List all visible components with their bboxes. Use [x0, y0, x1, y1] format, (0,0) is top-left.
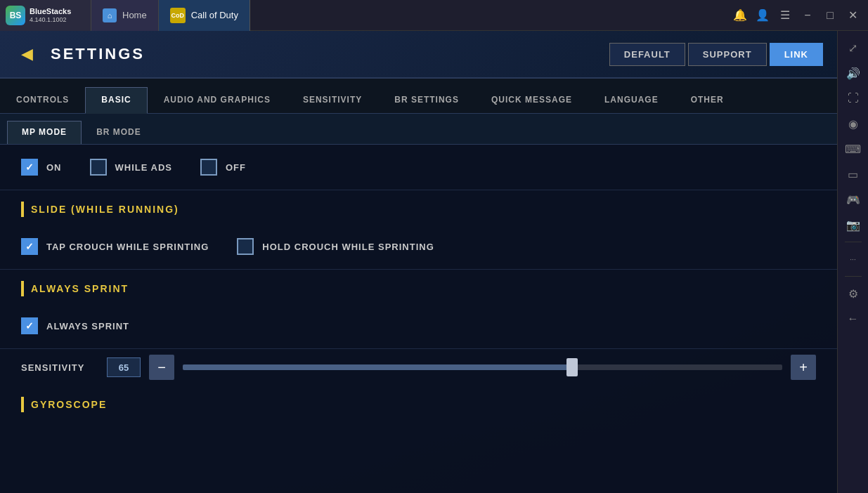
- sensitivity-minus-button[interactable]: −: [149, 355, 174, 380]
- slide-row: ✓ TAP CROUCH WHILE SPRINTING HOLD CROUCH…: [21, 235, 816, 258]
- camera-icon[interactable]: 📷: [842, 213, 864, 236]
- while-ads-check-item[interactable]: WHILE ADS: [90, 159, 172, 176]
- keyboard-icon[interactable]: ⌨: [842, 138, 864, 160]
- gyroscope-section-title: GYROSCOPE: [31, 399, 107, 410]
- slide-section: ✓ TAP CROUCH WHILE SPRINTING HOLD CROUCH…: [0, 224, 837, 270]
- tap-crouch-label: TAP CROUCH WHILE SPRINTING: [46, 242, 209, 252]
- sensitivity-value: 65: [119, 362, 129, 373]
- sub-tab-mp-mode[interactable]: MP MODE: [7, 121, 82, 144]
- section-bar-indicator-2: [21, 281, 24, 296]
- on-label: ON: [46, 162, 62, 173]
- title-bar: BS BlueStacks 4.140.1.1002 ⌂ Home CoD Ca…: [0, 0, 868, 31]
- off-label: OFF: [226, 162, 246, 173]
- tab-quick-message[interactable]: QUICK MESSAGE: [475, 87, 588, 113]
- home-icon: ⌂: [103, 8, 117, 22]
- main-content: ◀ SETTINGS DEFAULT SUPPORT LINK CONTROLS…: [0, 31, 837, 493]
- tab-basic[interactable]: BASIC: [85, 87, 147, 113]
- default-button[interactable]: DEFAULT: [609, 43, 685, 66]
- tab-other[interactable]: OTHER: [675, 87, 740, 113]
- sidebar-divider: [845, 242, 862, 242]
- app-logo: BS BlueStacks 4.140.1.1002: [0, 0, 91, 31]
- toggle-row: ✓ ON WHILE ADS OFF: [21, 156, 816, 178]
- tap-crouch-checkbox[interactable]: ✓: [21, 238, 38, 255]
- notification-btn[interactable]: 🔔: [730, 6, 750, 25]
- home-tab[interactable]: ⌂ Home: [91, 0, 159, 31]
- sub-tab-navigation: MP MODE BR MODE: [0, 114, 837, 145]
- cod-tab[interactable]: CoD Call of Duty: [159, 0, 250, 31]
- always-sprint-check-item[interactable]: ✓ ALWAYS SPRINT: [21, 317, 129, 334]
- expand-icon[interactable]: ⤢: [842, 37, 864, 59]
- off-checkbox[interactable]: [200, 159, 217, 176]
- always-sprint-checkbox[interactable]: ✓: [21, 317, 38, 334]
- account-btn[interactable]: 👤: [753, 6, 772, 25]
- window-controls: 🔔 👤 ☰ − □ ✕: [725, 6, 868, 25]
- sensitivity-label: SENSITIVITY: [21, 362, 98, 373]
- always-sprint-section: ✓ ALWAYS SPRINT: [0, 303, 837, 349]
- more-icon[interactable]: ···: [842, 248, 864, 270]
- tap-crouch-check-item[interactable]: ✓ TAP CROUCH WHILE SPRINTING: [21, 238, 209, 255]
- section-bar-indicator-3: [21, 397, 24, 412]
- app-info: BlueStacks 4.140.1.1002: [30, 7, 71, 24]
- hold-crouch-label: HOLD CROUCH WHILE SPRINTING: [262, 242, 434, 252]
- gear-icon[interactable]: ⚙: [842, 282, 864, 305]
- back-icon[interactable]: ←: [842, 308, 864, 330]
- sensitivity-slider-track[interactable]: [183, 364, 782, 370]
- right-sidebar: ⤢ 🔊 ⛶ ◉ ⌨ ▭ 🎮 📷 ··· ⚙ ←: [837, 31, 868, 493]
- settings-top-buttons: DEFAULT SUPPORT LINK: [609, 43, 823, 66]
- support-button[interactable]: SUPPORT: [688, 43, 767, 66]
- slide-section-header: SLIDE (WHILE RUNNING): [0, 190, 837, 224]
- eye-icon[interactable]: ◉: [842, 112, 864, 135]
- tab-br-settings[interactable]: BR SETTINGS: [378, 87, 475, 113]
- always-sprint-section-title: ALWAYS SPRINT: [31, 283, 129, 294]
- tab-navigation: CONTROLS BASIC AUDIO AND GRAPHICS SENSIT…: [0, 79, 837, 114]
- on-checkbox[interactable]: ✓: [21, 159, 38, 176]
- sensitivity-slider-fill: [183, 364, 572, 370]
- link-button[interactable]: LINK: [770, 43, 823, 66]
- settings-back-button[interactable]: ◀: [14, 41, 39, 67]
- while-ads-label: WHILE ADS: [115, 162, 172, 173]
- sensitivity-slider-thumb[interactable]: [566, 358, 578, 376]
- sensitivity-plus-button[interactable]: +: [791, 355, 816, 380]
- settings-header: ◀ SETTINGS DEFAULT SUPPORT LINK: [0, 31, 837, 79]
- gyroscope-section-header: GYROSCOPE: [0, 386, 837, 419]
- while-ads-checkbox[interactable]: [90, 159, 107, 176]
- settings-panel: ◀ SETTINGS DEFAULT SUPPORT LINK CONTROLS…: [0, 31, 837, 493]
- sub-tab-br-mode[interactable]: BR MODE: [82, 121, 156, 144]
- minimize-btn[interactable]: −: [798, 6, 817, 25]
- sensitivity-slider-row: SENSITIVITY 65 − +: [0, 349, 837, 386]
- toggle-row-section: ✓ ON WHILE ADS OFF: [0, 145, 837, 190]
- hold-crouch-checkbox[interactable]: [237, 238, 254, 255]
- close-btn[interactable]: ✕: [843, 6, 862, 25]
- slide-section-title: SLIDE (WHILE RUNNING): [31, 204, 179, 215]
- settings-title: SETTINGS: [51, 45, 598, 63]
- controller-icon[interactable]: 🎮: [842, 188, 864, 211]
- fullscreen-icon[interactable]: ⛶: [842, 87, 864, 110]
- speaker-icon[interactable]: 🔊: [842, 62, 864, 84]
- bluestacks-icon: BS: [6, 6, 25, 25]
- sensitivity-value-box: 65: [107, 357, 141, 377]
- always-sprint-label: ALWAYS SPRINT: [46, 321, 129, 331]
- sidebar-divider-2: [845, 276, 862, 277]
- section-bar-indicator: [21, 202, 24, 217]
- maximize-btn[interactable]: □: [820, 6, 840, 25]
- hold-crouch-check-item[interactable]: HOLD CROUCH WHILE SPRINTING: [237, 238, 434, 255]
- tab-audio-graphics[interactable]: AUDIO AND GRAPHICS: [148, 87, 287, 113]
- cod-icon: CoD: [170, 8, 186, 23]
- settings-content: ✓ ON WHILE ADS OFF SLI: [0, 145, 837, 493]
- always-sprint-row: ✓ ALWAYS SPRINT: [21, 315, 816, 337]
- menu-btn[interactable]: ☰: [775, 6, 795, 25]
- tab-sensitivity[interactable]: SENSITIVITY: [287, 87, 378, 113]
- tab-language[interactable]: LANGUAGE: [588, 87, 675, 113]
- always-sprint-section-header: ALWAYS SPRINT: [0, 270, 837, 303]
- on-check-item[interactable]: ✓ ON: [21, 159, 62, 176]
- off-check-item[interactable]: OFF: [200, 159, 246, 176]
- tablet-icon[interactable]: ▭: [842, 163, 864, 185]
- tab-controls[interactable]: CONTROLS: [0, 87, 85, 113]
